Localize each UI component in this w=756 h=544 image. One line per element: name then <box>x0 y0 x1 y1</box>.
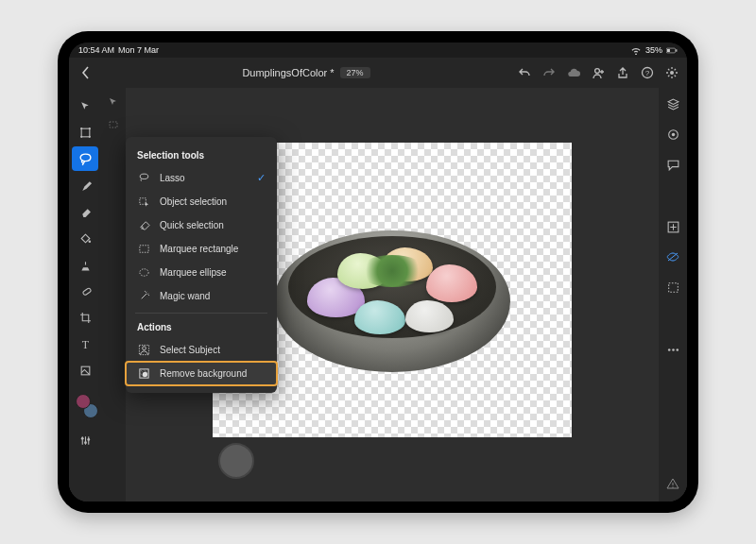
svg-point-36 <box>143 372 147 377</box>
status-time: 10:54 AM <box>78 45 114 55</box>
svg-point-3 <box>595 69 600 74</box>
image-subject-bowl <box>274 230 510 372</box>
svg-point-11 <box>88 135 90 137</box>
popover-divider <box>135 313 267 314</box>
battery-percent: 35% <box>645 45 662 55</box>
zoom-badge[interactable]: 27% <box>340 67 370 78</box>
warning-icon[interactable] <box>666 477 679 494</box>
svg-point-33 <box>143 347 146 350</box>
submode-arrow-icon[interactable] <box>105 94 122 110</box>
object-selection-label: Object selection <box>160 196 227 207</box>
submode-rect-icon[interactable] <box>105 116 122 133</box>
crop-tool[interactable] <box>72 305 98 330</box>
brush-tool[interactable] <box>72 173 98 197</box>
tablet-frame: 10:54 AM Mon 7 Mar 35% DumplingsOfColor … <box>58 31 698 513</box>
status-date: Mon 7 Mar <box>118 45 159 55</box>
marquee-ellipse-label: Marquee ellipse <box>160 267 227 278</box>
magic-wand-option[interactable]: Magic wand <box>126 284 277 308</box>
svg-point-16 <box>80 436 83 439</box>
status-bar: 10:54 AM Mon 7 Mar 35% <box>69 42 687 58</box>
svg-rect-7 <box>81 128 90 137</box>
right-panel-rail <box>659 88 687 502</box>
app-screen: 10:54 AM Mon 7 Mar 35% DumplingsOfColor … <box>69 42 687 502</box>
app-topbar: DumplingsOfColor * 27% ? <box>69 58 687 88</box>
work-area: T <box>69 88 687 502</box>
lasso-tool[interactable] <box>72 146 98 171</box>
back-button[interactable] <box>77 66 95 79</box>
select-subject-label: Select Subject <box>160 345 220 355</box>
svg-point-25 <box>672 348 675 351</box>
quick-selection-icon <box>137 218 151 232</box>
svg-rect-23 <box>668 282 678 292</box>
svg-point-12 <box>88 240 91 243</box>
lasso-label: Lasso <box>160 173 185 183</box>
svg-rect-29 <box>140 198 146 205</box>
invite-icon[interactable] <box>591 65 606 80</box>
remove-background-label: Remove background <box>160 368 247 379</box>
remove-background-action[interactable]: Remove background <box>126 362 277 385</box>
cloud-icon[interactable] <box>566 65 581 80</box>
svg-point-17 <box>84 441 87 444</box>
marquee-rectangle-icon <box>137 242 151 256</box>
settings-icon[interactable] <box>664 65 679 80</box>
svg-point-21 <box>671 132 674 135</box>
lasso-option[interactable]: Lasso <box>126 166 277 190</box>
object-selection-option[interactable]: Object selection <box>126 190 277 213</box>
magic-wand-label: Magic wand <box>160 291 210 301</box>
quick-selection-label: Quick selection <box>160 220 224 230</box>
svg-point-28 <box>140 174 148 178</box>
undo-button[interactable] <box>517 65 532 80</box>
heal-tool[interactable] <box>72 279 98 303</box>
type-tool[interactable]: T <box>72 332 98 356</box>
selection-tools-popover: Selection tools Lasso Object selection Q… <box>126 137 277 393</box>
lasso-icon <box>137 171 151 185</box>
object-selection-icon <box>137 195 151 209</box>
battery-icon <box>666 46 678 55</box>
svg-point-27 <box>672 486 673 487</box>
svg-rect-19 <box>110 122 117 128</box>
touch-shortcut-puck[interactable] <box>218 443 254 479</box>
marquee-rectangle-option[interactable]: Marquee rectangle <box>126 237 277 261</box>
add-layer-button[interactable] <box>664 218 681 235</box>
svg-point-18 <box>87 438 90 441</box>
share-icon[interactable] <box>615 65 630 80</box>
redo-button[interactable] <box>541 65 557 80</box>
remove-background-icon <box>137 366 151 381</box>
history-button[interactable] <box>664 279 681 296</box>
quick-selection-option[interactable]: Quick selection <box>126 213 277 237</box>
svg-point-10 <box>80 135 82 137</box>
help-icon[interactable]: ? <box>640 65 655 80</box>
svg-rect-2 <box>676 49 677 51</box>
comments-panel-button[interactable] <box>664 156 681 173</box>
more-options-button[interactable] <box>664 341 681 358</box>
tool-options-strip <box>101 88 126 502</box>
svg-rect-1 <box>667 49 670 52</box>
marquee-ellipse-option[interactable]: Marquee ellipse <box>126 261 277 284</box>
sliders-icon[interactable] <box>72 428 98 452</box>
document-title: DumplingsOfColor * <box>242 67 334 78</box>
svg-point-6 <box>670 71 674 75</box>
place-tool[interactable] <box>72 358 98 382</box>
marquee-ellipse-icon <box>137 265 151 280</box>
fill-tool[interactable] <box>72 226 98 250</box>
selection-tools-header: Selection tools <box>126 146 277 166</box>
color-wells[interactable] <box>76 394 94 413</box>
svg-point-26 <box>676 348 679 351</box>
svg-point-32 <box>140 269 148 276</box>
layers-panel-button[interactable] <box>664 95 681 112</box>
actions-header: Actions <box>126 318 277 338</box>
magic-wand-icon <box>137 289 151 303</box>
svg-point-9 <box>88 128 90 129</box>
svg-rect-13 <box>82 287 92 296</box>
select-subject-action[interactable]: Select Subject <box>126 338 277 362</box>
transform-tool[interactable] <box>72 120 98 144</box>
wifi-icon <box>630 46 642 55</box>
marquee-rectangle-label: Marquee rectangle <box>160 244 238 254</box>
clone-stamp-tool[interactable] <box>72 252 98 277</box>
svg-text:T: T <box>81 338 89 350</box>
visibility-button[interactable] <box>664 248 681 265</box>
move-tool[interactable] <box>72 94 98 118</box>
properties-panel-button[interactable] <box>664 126 681 143</box>
eraser-tool[interactable] <box>72 199 98 224</box>
svg-rect-31 <box>140 246 148 252</box>
